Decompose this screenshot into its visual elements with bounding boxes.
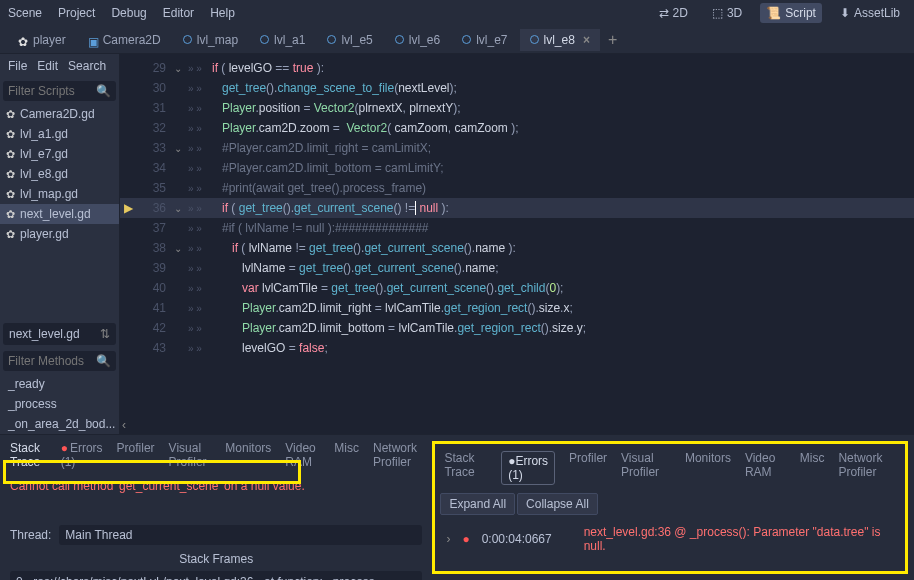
view-2d-button[interactable]: ⇄2D xyxy=(653,3,694,23)
filter-methods-field[interactable] xyxy=(8,354,88,368)
tab-network-profiler[interactable]: Network Profiler xyxy=(838,451,896,485)
tab-camera2d[interactable]: ▣Camera2D xyxy=(78,29,171,51)
chevron-right-icon: › xyxy=(446,532,450,546)
add-tab-button[interactable]: + xyxy=(602,31,623,49)
file-item[interactable]: ✿next_level.gd xyxy=(0,204,119,224)
cog-icon: ✿ xyxy=(6,228,15,241)
stack-frame-row[interactable]: 0 - res://chars/misc/nextLvL/next_level.… xyxy=(10,571,422,580)
method-item[interactable]: _on_area_2d_bod... xyxy=(0,414,119,434)
script-edit-menu[interactable]: Edit xyxy=(37,59,58,73)
file-item[interactable]: ✿player.gd xyxy=(0,224,119,244)
script-file-list: ✿Camera2D.gd ✿lvl_a1.gd ✿lvl_e7.gd ✿lvl_… xyxy=(0,104,119,320)
tab-stack-trace[interactable]: Stack Trace xyxy=(10,441,47,469)
search-icon: 🔍 xyxy=(96,84,111,98)
menu-help[interactable]: Help xyxy=(210,6,235,20)
camera-icon: ▣ xyxy=(88,35,98,45)
script-tabs: ✿player ▣Camera2D lvl_map lvl_a1 lvl_e5 … xyxy=(0,26,914,54)
error-dot-icon: ● xyxy=(61,441,68,455)
circle-icon xyxy=(395,35,404,44)
script-icon: 📜 xyxy=(766,6,781,20)
cog-icon: ✿ xyxy=(6,128,15,141)
circle-icon xyxy=(260,35,269,44)
cog-icon: ✿ xyxy=(6,188,15,201)
script-file-menu[interactable]: File xyxy=(8,59,27,73)
tab-errors[interactable]: ●Errors (1) xyxy=(61,441,103,469)
cog-icon: ✿ xyxy=(6,148,15,161)
circle-icon xyxy=(327,35,336,44)
tab-lvl-e5[interactable]: lvl_e5 xyxy=(317,29,382,51)
collapse-sidebar-icon[interactable]: ‹ xyxy=(122,418,126,432)
tab-lvl-a1[interactable]: lvl_a1 xyxy=(250,29,315,51)
filter-scripts-input[interactable]: 🔍 xyxy=(3,81,116,101)
tab-misc[interactable]: Misc xyxy=(800,451,825,485)
filter-scripts-field[interactable] xyxy=(8,84,88,98)
tab-visual-profiler[interactable]: Visual Profiler xyxy=(169,441,212,469)
tab-video-ram[interactable]: Video RAM xyxy=(745,451,786,485)
tab-profiler[interactable]: Profiler xyxy=(569,451,607,485)
error-message: Cannot call method 'get_current_scene' o… xyxy=(0,475,432,497)
method-list: _ready _process _on_area_2d_bod... xyxy=(0,374,119,434)
file-item[interactable]: ✿Camera2D.gd xyxy=(0,104,119,124)
file-item[interactable]: ✿lvl_e8.gd xyxy=(0,164,119,184)
view-script-button[interactable]: 📜Script xyxy=(760,3,822,23)
code-editor[interactable]: Go To Debug 29⌄» »if ( levelGO == true )… xyxy=(120,54,914,434)
search-icon: 🔍 xyxy=(96,354,111,368)
cog-icon: ✿ xyxy=(6,108,15,121)
cog-icon: ✿ xyxy=(6,168,15,181)
method-item[interactable]: _ready xyxy=(0,374,119,394)
tab-monitors[interactable]: Monitors xyxy=(685,451,731,485)
menu-project[interactable]: Project xyxy=(58,6,95,20)
collapse-all-button[interactable]: Collapse All xyxy=(517,493,598,515)
stack-frames-header: Stack Frames xyxy=(0,549,432,569)
circle-icon xyxy=(530,35,539,44)
file-item[interactable]: ✿lvl_map.gd xyxy=(0,184,119,204)
swap-icon[interactable]: ⇅ xyxy=(100,327,110,341)
circle-icon xyxy=(462,35,471,44)
thread-selector[interactable]: Main Thread xyxy=(59,525,422,545)
error-timestamp: 0:00:04:0667 xyxy=(482,532,572,546)
tab-lvl-e8[interactable]: lvl_e8× xyxy=(520,29,600,51)
tab-video-ram[interactable]: Video RAM xyxy=(285,441,320,469)
circle-icon xyxy=(183,35,192,44)
tab-monitors[interactable]: Monitors xyxy=(225,441,271,469)
arrows-icon: ⇄ xyxy=(659,6,669,20)
tab-misc[interactable]: Misc xyxy=(334,441,359,469)
file-item[interactable]: ✿lvl_e7.gd xyxy=(0,144,119,164)
current-file-indicator[interactable]: next_level.gd ⇅ xyxy=(3,323,116,345)
tab-player[interactable]: ✿player xyxy=(8,29,76,51)
menu-debug[interactable]: Debug xyxy=(111,6,146,20)
tab-errors[interactable]: ●Errors (1) xyxy=(501,451,555,485)
tab-stack-trace[interactable]: Stack Trace xyxy=(444,451,487,485)
view-assetlib-button[interactable]: ⬇AssetLib xyxy=(834,3,906,23)
expand-all-button[interactable]: Expand All xyxy=(440,493,515,515)
error-detail: next_level.gd:36 @ _process(): Parameter… xyxy=(584,525,894,553)
menu-editor[interactable]: Editor xyxy=(163,6,194,20)
tab-network-profiler[interactable]: Network Profiler xyxy=(373,441,422,469)
menu-scene[interactable]: Scene xyxy=(8,6,42,20)
filter-methods-input[interactable]: 🔍 xyxy=(3,351,116,371)
cog-icon: ✿ xyxy=(18,35,28,45)
tab-lvl-map[interactable]: lvl_map xyxy=(173,29,248,51)
close-tab-icon[interactable]: × xyxy=(583,33,590,47)
cog-icon: ✿ xyxy=(6,208,15,221)
cube-icon: ⬚ xyxy=(712,6,723,20)
error-list-row[interactable]: › ● 0:00:04:0667 next_level.gd:36 @ _pro… xyxy=(438,519,902,559)
thread-label: Thread: xyxy=(10,528,51,542)
tab-lvl-e6[interactable]: lvl_e6 xyxy=(385,29,450,51)
file-item[interactable]: ✿lvl_a1.gd xyxy=(0,124,119,144)
script-search-menu[interactable]: Search xyxy=(68,59,106,73)
error-dot-icon: ● xyxy=(462,532,469,546)
tab-profiler[interactable]: Profiler xyxy=(117,441,155,469)
view-3d-button[interactable]: ⬚3D xyxy=(706,3,748,23)
method-item[interactable]: _process xyxy=(0,394,119,414)
tab-lvl-e7[interactable]: lvl_e7 xyxy=(452,29,517,51)
download-icon: ⬇ xyxy=(840,6,850,20)
tab-visual-profiler[interactable]: Visual Profiler xyxy=(621,451,671,485)
